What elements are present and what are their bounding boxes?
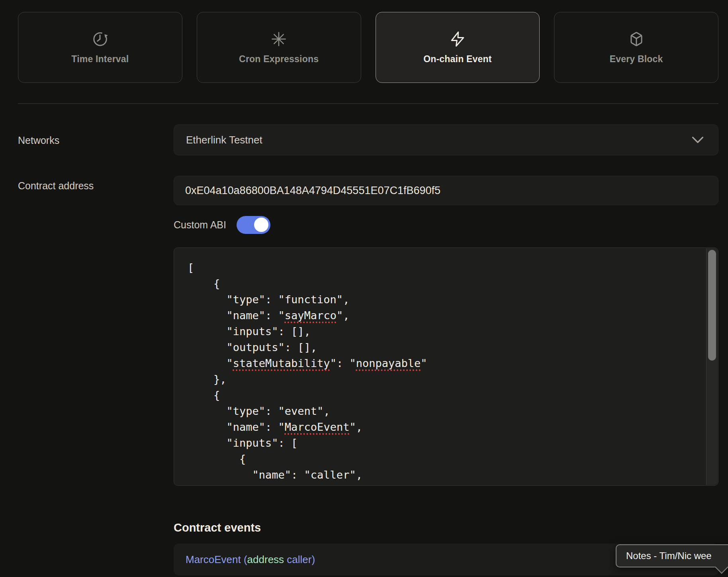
notes-overlay-title: Notes - Tim/Nic wee [626, 550, 712, 561]
trigger-card-time-interval[interactable]: Time Interval [18, 12, 182, 83]
contract-event-signature: MarcoEvent (address caller) [186, 553, 315, 566]
trigger-type-selector: Time Interval Cron Expressions On-chain … [18, 12, 718, 83]
abi-editor[interactable]: [ { "type": "function", "name": "sayMarc… [174, 247, 718, 486]
trigger-card-every-block[interactable]: Every Block [554, 12, 718, 83]
custom-abi-label: Custom ABI [174, 219, 226, 231]
trigger-card-label: Time Interval [71, 54, 129, 65]
abi-editor-scrollbar-thumb[interactable] [708, 250, 716, 361]
trigger-card-label: Every Block [610, 54, 663, 65]
trigger-card-label: Cron Expressions [239, 54, 319, 65]
networks-select[interactable]: Etherlink Testnet [174, 124, 718, 155]
custom-abi-toggle[interactable] [237, 216, 270, 234]
event-param-name-text: caller) [284, 553, 315, 565]
contract-address-label: Contract address [18, 180, 94, 192]
toggle-knob [254, 218, 268, 232]
chevron-down-icon [692, 136, 704, 143]
notes-overlay[interactable]: Notes - Tim/Nic wee [616, 544, 728, 567]
networks-label: Networks [18, 135, 59, 146]
abi-code[interactable]: [ { "type": "function", "name": "sayMarc… [174, 248, 718, 486]
networks-select-value: Etherlink Testnet [186, 134, 692, 146]
contract-events-heading: Contract events [174, 521, 261, 534]
abi-editor-scrollbar-track[interactable] [706, 248, 718, 485]
trigger-card-cron-expressions[interactable]: Cron Expressions [197, 12, 361, 83]
contract-address-input[interactable] [174, 176, 718, 205]
trigger-card-label: On-chain Event [423, 54, 492, 65]
asterisk-icon [270, 31, 287, 47]
trigger-card-onchain-event[interactable]: On-chain Event [376, 12, 540, 83]
clock-history-icon [92, 31, 108, 47]
section-divider [18, 103, 718, 104]
event-param-type-text: address [247, 553, 284, 565]
lightning-icon [449, 31, 466, 47]
event-name-text: MarcoEvent ( [186, 553, 247, 565]
cube-icon [628, 31, 645, 47]
custom-abi-row: Custom ABI [174, 216, 270, 234]
